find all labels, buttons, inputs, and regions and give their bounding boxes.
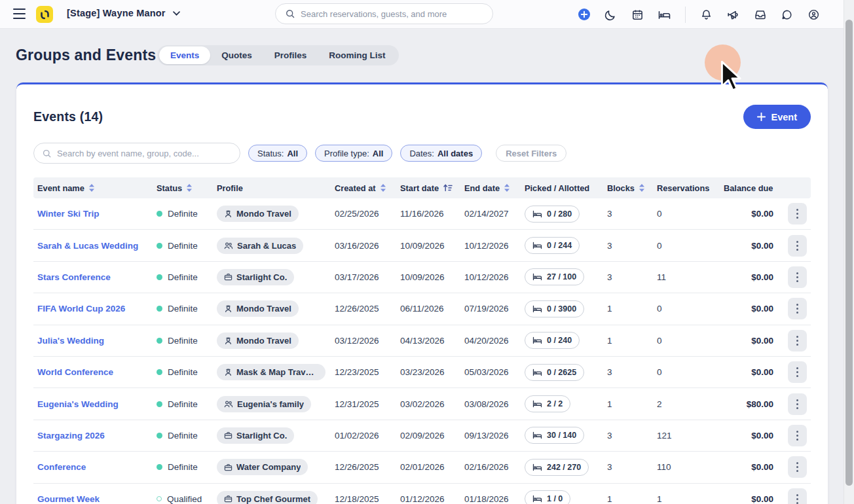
profile-chip[interactable]: Water Company xyxy=(217,459,308,475)
inbox-tray-icon[interactable] xyxy=(753,8,767,22)
notifications-bell-icon[interactable] xyxy=(699,8,713,22)
end-date-cell: 04/20/2026 xyxy=(459,336,519,346)
column-blocks[interactable]: Blocks xyxy=(602,183,652,193)
profile-chip[interactable]: Sarah & Lucas xyxy=(217,238,303,254)
picked-allotted-pill: 0 / 2625 xyxy=(525,364,584,381)
profile-chip-label: Starlight Co. xyxy=(236,431,287,441)
row-actions-button[interactable] xyxy=(788,456,807,478)
status-label: Definite xyxy=(168,462,198,472)
event-name-link[interactable]: Gourmet Week xyxy=(37,494,100,504)
end-date-cell: 02/14/2027 xyxy=(459,209,519,219)
reservations-cell: 110 xyxy=(652,462,718,472)
profile-chip[interactable]: Mondo Travel xyxy=(217,206,299,222)
balance-due-cell: $80.00 xyxy=(718,399,779,409)
column-status[interactable]: Status xyxy=(151,183,212,193)
bed-icon xyxy=(532,400,542,408)
row-actions-button[interactable] xyxy=(788,330,807,351)
hotel-bed-icon[interactable] xyxy=(658,8,671,22)
profile-chip[interactable]: Top Chef Gourmet xyxy=(217,491,318,504)
picked-allotted-value: 30 / 140 xyxy=(547,431,576,440)
table-row: Gourmet Week Qualified Top Chef Gourmet … xyxy=(33,484,811,504)
row-actions-button[interactable] xyxy=(788,361,807,383)
picked-allotted-value: 0 / 280 xyxy=(547,209,572,219)
profile-chip[interactable]: Starlight Co. xyxy=(217,269,294,285)
profile-chip[interactable]: Mask & Map Travel... xyxy=(217,364,325,380)
event-name-link[interactable]: Stars Conference xyxy=(37,272,111,282)
quick-add-icon[interactable] xyxy=(577,8,591,22)
profile-chip-label: Top Chef Gourmet xyxy=(236,494,310,504)
app-logo[interactable] xyxy=(36,6,53,23)
add-event-button[interactable]: Event xyxy=(743,105,811,129)
row-actions-button[interactable] xyxy=(788,488,807,504)
bed-icon xyxy=(532,336,542,344)
profile-chip[interactable]: Eugenia's family xyxy=(217,396,311,412)
dark-mode-moon-icon[interactable] xyxy=(604,8,618,22)
tab-quotes[interactable]: Quotes xyxy=(210,46,263,64)
event-name-link[interactable]: Sarah & Lucas Wedding xyxy=(37,241,138,251)
profile-chip[interactable]: Starlight Co. xyxy=(217,427,294,444)
vertical-scrollbar-track[interactable] xyxy=(844,0,854,504)
column-created-at[interactable]: Created at xyxy=(329,183,395,193)
announcements-megaphone-icon[interactable] xyxy=(726,8,740,22)
created-at-cell: 12/23/2025 xyxy=(329,367,395,377)
row-actions-button[interactable] xyxy=(788,203,807,225)
menu-hamburger-icon[interactable] xyxy=(13,9,26,20)
row-actions-button[interactable] xyxy=(788,235,807,257)
profile-chip[interactable]: Mondo Travel xyxy=(217,300,299,317)
global-search-input[interactable] xyxy=(301,9,485,19)
row-actions-button[interactable] xyxy=(788,425,807,446)
event-name-link[interactable]: Julia's Wedding xyxy=(37,336,104,346)
balance-due-cell: $0.00 xyxy=(718,336,779,346)
profile-chip-label: Water Company xyxy=(236,462,301,472)
status-dot xyxy=(157,274,162,280)
column-end-date[interactable]: End date xyxy=(459,183,519,193)
row-actions-button[interactable] xyxy=(788,266,807,288)
tab-rooming-list[interactable]: Rooming List xyxy=(318,46,396,64)
column-start-date[interactable]: Start date xyxy=(395,183,459,193)
blocks-cell: 1 xyxy=(602,399,652,409)
end-date-cell: 01/18/2026 xyxy=(459,494,519,504)
account-person-icon[interactable] xyxy=(807,8,821,22)
status-dot xyxy=(157,401,162,407)
global-search[interactable] xyxy=(275,3,493,24)
property-selector[interactable]: [Stage] Wayne Manor xyxy=(67,8,180,18)
event-name-link[interactable]: World Conference xyxy=(37,367,113,377)
balance-due-cell: $0.00 xyxy=(718,304,779,314)
event-name-link[interactable]: Winter Ski Trip xyxy=(37,209,99,219)
filter-dates[interactable]: Dates:All dates xyxy=(400,145,482,162)
filter-status[interactable]: Status:All xyxy=(248,145,307,162)
event-name-link[interactable]: Eugenia's Wedding xyxy=(37,399,119,409)
status-label: Definite xyxy=(168,367,198,377)
event-name-link[interactable]: FIFA World Cup 2026 xyxy=(37,304,125,314)
status-label: Definite xyxy=(168,336,198,346)
page-tabs: Events Quotes Profiles Rooming List xyxy=(157,45,399,65)
chat-bubble-icon[interactable] xyxy=(780,8,794,22)
event-name-link[interactable]: Conference xyxy=(37,462,86,472)
end-date-cell: 03/08/2026 xyxy=(459,399,519,409)
column-event-name[interactable]: Event name xyxy=(33,183,151,193)
balance-due-cell: $0.00 xyxy=(718,209,779,219)
blocks-cell: 1 xyxy=(602,304,652,314)
row-actions-button[interactable] xyxy=(788,298,807,319)
vertical-scrollbar-thumb[interactable] xyxy=(845,20,853,486)
search-icon xyxy=(42,149,52,158)
calendar-icon[interactable] xyxy=(631,8,644,22)
blocks-cell: 3 xyxy=(602,431,652,441)
row-actions-button[interactable] xyxy=(788,393,807,415)
event-search[interactable] xyxy=(33,143,240,164)
event-search-input[interactable] xyxy=(57,149,232,158)
start-date-cell: 10/09/2026 xyxy=(395,241,459,251)
filter-profile-type[interactable]: Profile type:All xyxy=(315,145,392,162)
bed-icon xyxy=(532,242,542,249)
tab-events[interactable]: Events xyxy=(159,46,210,64)
picked-allotted-pill: 27 / 100 xyxy=(525,268,584,285)
people-icon xyxy=(224,400,233,408)
travel-agent-icon xyxy=(224,304,232,313)
profile-chip-label: Sarah & Lucas xyxy=(237,241,296,251)
company-briefcase-icon xyxy=(224,495,232,503)
reset-filters-button[interactable]: Reset Filters xyxy=(496,145,566,162)
tab-profiles[interactable]: Profiles xyxy=(263,46,318,64)
profile-chip[interactable]: Mondo Travel xyxy=(217,333,299,349)
event-name-link[interactable]: Stargazing 2026 xyxy=(37,431,105,441)
picked-allotted-value: 0 / 240 xyxy=(547,336,572,345)
